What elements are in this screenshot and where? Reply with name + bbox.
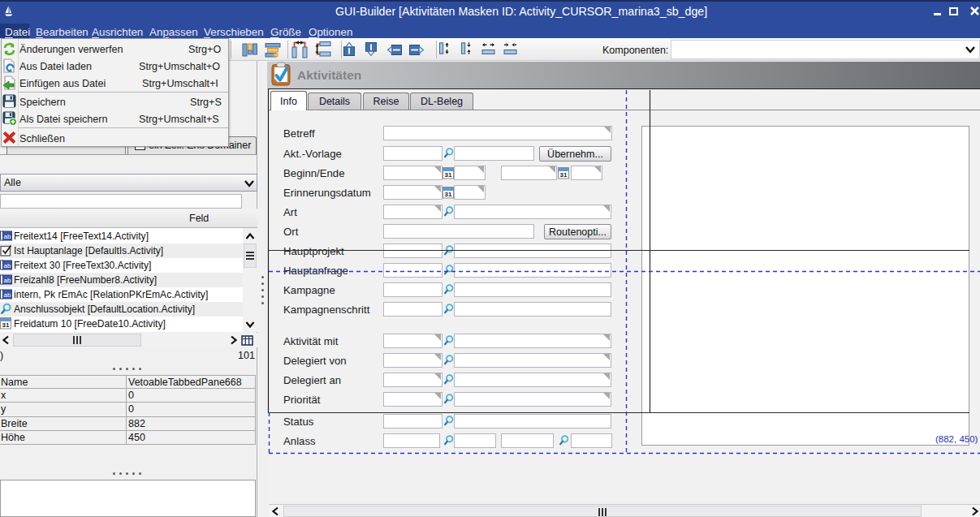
svg-text:ab: ab (4, 262, 11, 269)
svg-text:31: 31 (2, 321, 10, 329)
svg-text:ab: ab (4, 277, 11, 284)
svg-text:ab: ab (4, 291, 11, 299)
svg-text:31: 31 (560, 171, 568, 179)
svg-text:31: 31 (445, 171, 452, 179)
svg-text:ab: ab (4, 233, 11, 240)
svg-text:31: 31 (445, 191, 452, 198)
